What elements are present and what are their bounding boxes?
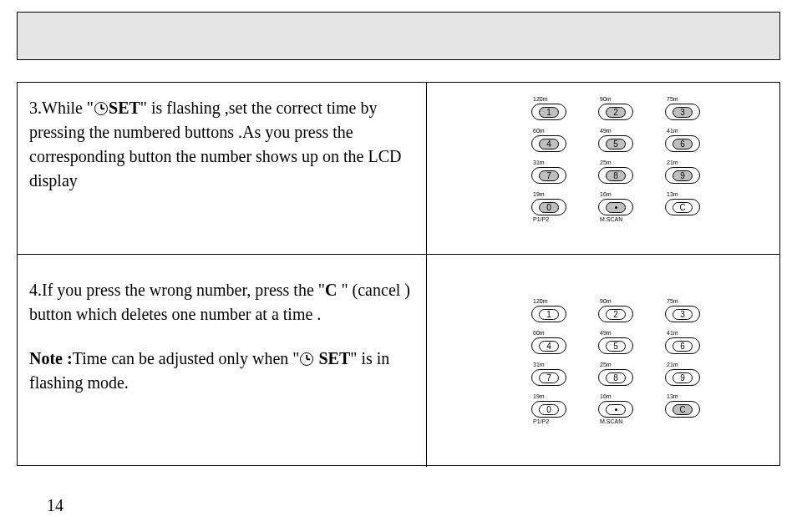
key-label-top: 21m: [667, 160, 703, 166]
key-label-bottom: [533, 355, 570, 362]
step3-set: SET: [109, 99, 140, 117]
key-label-top: 120m: [533, 298, 570, 305]
key-label-bottom: [533, 153, 570, 160]
content-box: 3.While "SET" is flashing ,set the corre…: [17, 82, 780, 466]
keypad-key-6: 6: [665, 337, 700, 354]
keypad-key-5: 5: [598, 135, 633, 152]
keypad-key-6: 6: [665, 135, 700, 152]
keypad-key-C: C: [665, 199, 700, 215]
key-label-bottom: [600, 185, 637, 191]
dot-icon: [615, 408, 617, 411]
key-label-bottom: [533, 387, 570, 393]
keypad-key-9: 9: [665, 167, 700, 184]
key-label-bottom: [667, 216, 703, 223]
key-label-top: 19m: [533, 191, 570, 198]
keypad-key-3: 3: [665, 306, 700, 322]
page-number: 14: [47, 496, 63, 515]
key-label-bottom: [600, 387, 637, 393]
key-label-top: 31m: [533, 160, 570, 166]
keypad-key-7: 7: [531, 167, 566, 184]
keypad-key-2: 2: [598, 104, 633, 120]
key-label-top: 31m: [533, 362, 570, 368]
key-label-top: 41m: [667, 330, 703, 337]
key-label-top: 19m: [533, 393, 570, 400]
keypad-key-4: 4: [531, 337, 566, 354]
keypad-key-0: 0: [531, 401, 566, 418]
key-label-top: 120m: [533, 96, 570, 103]
clock-icon: [94, 102, 108, 115]
step-4-text: 4.If you press the wrong number, press t…: [18, 255, 427, 467]
key-label-bottom: M.SCAN: [600, 216, 637, 223]
keypad-key-5: 5: [598, 337, 633, 354]
key-label-bottom: [600, 355, 637, 362]
keypad-key-C: C: [665, 401, 700, 418]
key-label-top: 21m: [667, 362, 703, 368]
step3-prefix: 3.While ": [29, 99, 94, 117]
key-label-bottom: [533, 185, 570, 191]
key-label-top: 25m: [600, 362, 637, 368]
key-label-bottom: [600, 323, 637, 330]
key-label-top: 60m: [533, 330, 570, 337]
key-label-top: 60m: [533, 128, 570, 134]
dot-icon: [615, 206, 617, 209]
keypad-key-1: 1: [531, 104, 566, 120]
keypad-key-•: [598, 199, 633, 215]
step-3-text: 3.While "SET" is flashing ,set the corre…: [18, 83, 427, 254]
key-label-top: 16m: [600, 393, 637, 400]
key-label-bottom: [667, 323, 703, 330]
key-label-bottom: [533, 323, 570, 330]
key-label-top: 13m: [667, 393, 703, 400]
key-label-top: 90m: [600, 298, 637, 305]
keypad-key-4: 4: [531, 135, 566, 152]
keypad-key-1: 1: [531, 306, 566, 322]
keypad-key-9: 9: [665, 369, 700, 386]
key-label-top: 25m: [600, 160, 637, 166]
note-set: SET: [314, 349, 350, 367]
key-label-bottom: [667, 153, 703, 160]
key-label-top: 16m: [600, 191, 637, 198]
step-4-row: 4.If you press the wrong number, press t…: [18, 255, 779, 467]
key-label-bottom: [600, 153, 637, 160]
key-label-top: 13m: [667, 191, 703, 198]
keypad-2-cell: 120m190m275m360m449m541m631m725m821m919m…: [427, 255, 779, 467]
key-label-top: 41m: [667, 128, 703, 134]
step-3-row: 3.While "SET" is flashing ,set the corre…: [18, 83, 779, 255]
note-label: Note :: [29, 349, 73, 367]
clock-icon: [300, 352, 313, 366]
key-label-top: 75m: [667, 96, 703, 103]
step4-prefix: 4.If you press the wrong number, press t…: [29, 281, 325, 299]
keypad-key-7: 7: [531, 369, 566, 386]
keypad-2: 120m190m275m360m449m541m631m725m821m919m…: [531, 298, 715, 425]
keypad-key-•: [598, 401, 633, 418]
keypad-key-8: 8: [598, 167, 633, 184]
key-label-bottom: P1/P2: [533, 418, 570, 425]
keypad-key-8: 8: [598, 369, 633, 386]
keypad-1: 120m190m275m360m449m541m631m725m821m919m…: [531, 96, 715, 223]
key-label-bottom: P1/P2: [533, 216, 570, 223]
step4-c: C: [325, 281, 341, 299]
key-label-bottom: [667, 355, 703, 362]
key-label-bottom: M.SCAN: [600, 418, 637, 425]
header-bar: [17, 12, 780, 60]
note-text-1: Time can be adjusted only when ": [73, 349, 300, 367]
keypad-1-cell: 120m190m275m360m449m541m631m725m821m919m…: [427, 83, 779, 254]
keypad-key-0: 0: [531, 199, 566, 215]
key-label-top: 90m: [600, 96, 637, 103]
key-label-bottom: [667, 387, 703, 393]
keypad-key-2: 2: [598, 306, 633, 322]
key-label-top: 49m: [600, 128, 637, 134]
key-label-bottom: [667, 418, 703, 425]
keypad-key-3: 3: [665, 104, 700, 120]
key-label-bottom: [667, 185, 703, 191]
key-label-top: 49m: [600, 330, 637, 337]
key-label-top: 75m: [667, 298, 703, 305]
key-label-bottom: [533, 121, 570, 128]
key-label-bottom: [600, 121, 637, 128]
key-label-bottom: [667, 121, 703, 128]
